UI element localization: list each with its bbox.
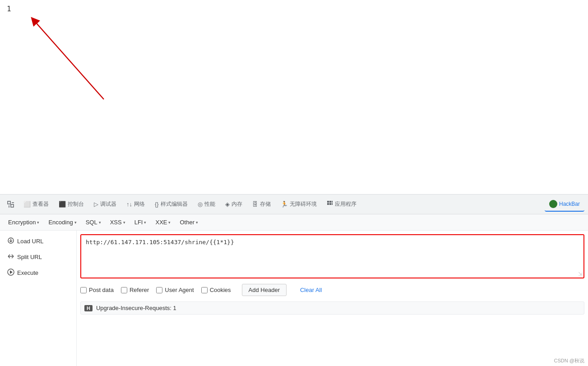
header-badge: H bbox=[84, 305, 93, 311]
tab-inspector-label: 查看器 bbox=[32, 200, 49, 208]
arrow-annotation bbox=[18, 9, 108, 104]
encoding-label: Encoding bbox=[48, 219, 73, 226]
inspector-icon: ⬜ bbox=[23, 201, 31, 208]
referer-label: Referer bbox=[130, 287, 149, 293]
url-input[interactable] bbox=[81, 235, 583, 276]
encoding-chevron: ▾ bbox=[74, 220, 77, 225]
memory-icon: ◈ bbox=[225, 201, 230, 208]
tab-inspector[interactable]: ⬜ 查看器 bbox=[19, 198, 53, 211]
svg-rect-7 bbox=[329, 201, 331, 203]
sql-chevron: ▾ bbox=[99, 220, 101, 225]
devtools-inspect-icon[interactable] bbox=[4, 197, 18, 212]
resize-handle: ⇲ bbox=[578, 271, 583, 277]
load-url-label: Load URL bbox=[17, 238, 44, 245]
header-row: H Upgrade-Insecure-Requests: 1 bbox=[80, 301, 584, 315]
network-icon: ↑↓ bbox=[126, 201, 132, 208]
lfi-label: LFI bbox=[134, 219, 143, 226]
xxe-chevron: ▾ bbox=[168, 220, 171, 225]
apps-icon bbox=[327, 200, 333, 208]
add-header-button[interactable]: Add Header bbox=[242, 284, 287, 296]
svg-rect-9 bbox=[327, 203, 329, 205]
svg-rect-10 bbox=[329, 203, 331, 205]
encryption-dropdown[interactable]: Encryption ▾ bbox=[5, 217, 43, 227]
tab-console[interactable]: ⬛ 控制台 bbox=[54, 198, 88, 211]
xss-chevron: ▾ bbox=[123, 220, 125, 225]
hackbar-main: Load URL Split URL bbox=[0, 231, 588, 366]
cookies-input[interactable] bbox=[201, 287, 208, 293]
load-url-button[interactable]: Load URL bbox=[3, 234, 74, 248]
split-url-icon bbox=[7, 253, 14, 261]
referer-checkbox[interactable]: Referer bbox=[121, 287, 149, 293]
encryption-chevron: ▾ bbox=[37, 220, 39, 225]
user-agent-label: User Agent bbox=[165, 287, 194, 293]
checkboxes-row: Post data Referer User Agent Cookies Add… bbox=[80, 282, 584, 298]
tab-performance[interactable]: ◎ 性能 bbox=[193, 198, 220, 211]
split-url-label: Split URL bbox=[17, 254, 42, 260]
hackbar-toolbar: Encryption ▾ Encoding ▾ SQL ▾ XSS ▾ LFI … bbox=[0, 214, 588, 231]
content-area: 1 bbox=[0, 0, 588, 194]
encoding-dropdown[interactable]: Encoding ▾ bbox=[45, 217, 80, 227]
storage-icon: 🗄 bbox=[252, 201, 258, 208]
tab-memory-label: 内存 bbox=[231, 200, 242, 208]
tab-console-label: 控制台 bbox=[68, 200, 84, 208]
tab-accessibility[interactable]: 🏃 无障碍环境 bbox=[276, 198, 321, 211]
tab-storage[interactable]: 🗄 存储 bbox=[248, 198, 275, 211]
post-data-checkbox[interactable]: Post data bbox=[80, 287, 114, 293]
referer-input[interactable] bbox=[121, 287, 127, 293]
other-chevron: ▾ bbox=[196, 220, 198, 225]
cookies-checkbox[interactable]: Cookies bbox=[201, 287, 231, 293]
svg-line-1 bbox=[34, 20, 104, 99]
tab-storage-label: 存储 bbox=[260, 200, 271, 208]
tab-network[interactable]: ↑↓ 网络 bbox=[122, 198, 149, 211]
execute-icon bbox=[7, 269, 14, 277]
svg-rect-6 bbox=[327, 201, 329, 203]
lfi-dropdown[interactable]: LFI ▾ bbox=[131, 217, 150, 227]
user-agent-input[interactable] bbox=[156, 287, 162, 293]
tab-debugger[interactable]: ▷ 调试器 bbox=[89, 198, 121, 211]
tab-style-editor-label: 样式编辑器 bbox=[161, 200, 188, 208]
devtools-bar: ⬜ 查看器 ⬛ 控制台 ▷ 调试器 ↑↓ 网络 {} 样式编辑器 ◎ 性能 ◈ … bbox=[0, 194, 588, 214]
post-data-input[interactable] bbox=[80, 287, 87, 293]
style-editor-icon: {} bbox=[155, 201, 159, 208]
xss-dropdown[interactable]: XSS ▾ bbox=[106, 217, 129, 227]
user-agent-checkbox[interactable]: User Agent bbox=[156, 287, 194, 293]
sql-label: SQL bbox=[86, 219, 97, 226]
line-number: 1 bbox=[7, 5, 11, 13]
tab-style-editor[interactable]: {} 样式编辑器 bbox=[150, 198, 192, 211]
clear-all-button[interactable]: Clear All bbox=[294, 284, 328, 296]
execute-label: Execute bbox=[17, 269, 38, 276]
tab-apps[interactable]: 应用程序 bbox=[322, 198, 361, 211]
other-label: Other bbox=[180, 219, 194, 226]
performance-icon: ◎ bbox=[198, 201, 203, 208]
svg-rect-2 bbox=[8, 201, 10, 204]
xxe-dropdown[interactable]: XXE ▾ bbox=[152, 217, 174, 227]
encryption-label: Encryption bbox=[8, 219, 36, 226]
tab-network-label: 网络 bbox=[134, 200, 145, 208]
hackbar-url-area: ⇲ Post data Referer User Agent bbox=[77, 231, 588, 366]
svg-rect-11 bbox=[332, 203, 333, 205]
svg-marker-20 bbox=[10, 270, 13, 274]
hackbar-panel: Encryption ▾ Encoding ▾ SQL ▾ XSS ▾ LFI … bbox=[0, 214, 588, 366]
tab-performance-label: 性能 bbox=[204, 200, 215, 208]
hackbar-sidebar: Load URL Split URL bbox=[0, 231, 77, 366]
cookies-label: Cookies bbox=[210, 287, 231, 293]
hackbar-avatar bbox=[549, 200, 557, 208]
tab-memory[interactable]: ◈ 内存 bbox=[221, 198, 247, 211]
tab-debugger-label: 调试器 bbox=[100, 200, 116, 208]
xxe-label: XXE bbox=[155, 219, 167, 226]
tab-accessibility-label: 无障碍环境 bbox=[290, 200, 317, 208]
tab-hackbar[interactable]: HackBar bbox=[545, 197, 584, 212]
accessibility-icon: 🏃 bbox=[281, 201, 288, 208]
lfi-chevron: ▾ bbox=[144, 220, 146, 225]
split-url-button[interactable]: Split URL bbox=[3, 250, 74, 264]
url-textarea-wrapper: ⇲ bbox=[80, 234, 584, 278]
execute-button[interactable]: Execute bbox=[3, 266, 74, 280]
tab-hackbar-label: HackBar bbox=[559, 201, 580, 207]
load-url-icon bbox=[7, 237, 14, 246]
svg-rect-5 bbox=[11, 204, 14, 207]
other-dropdown[interactable]: Other ▾ bbox=[176, 217, 202, 227]
sql-dropdown[interactable]: SQL ▾ bbox=[82, 217, 105, 227]
header-value: Upgrade-Insecure-Requests: 1 bbox=[96, 305, 176, 311]
svg-rect-8 bbox=[332, 201, 333, 203]
tab-apps-label: 应用程序 bbox=[335, 200, 357, 208]
